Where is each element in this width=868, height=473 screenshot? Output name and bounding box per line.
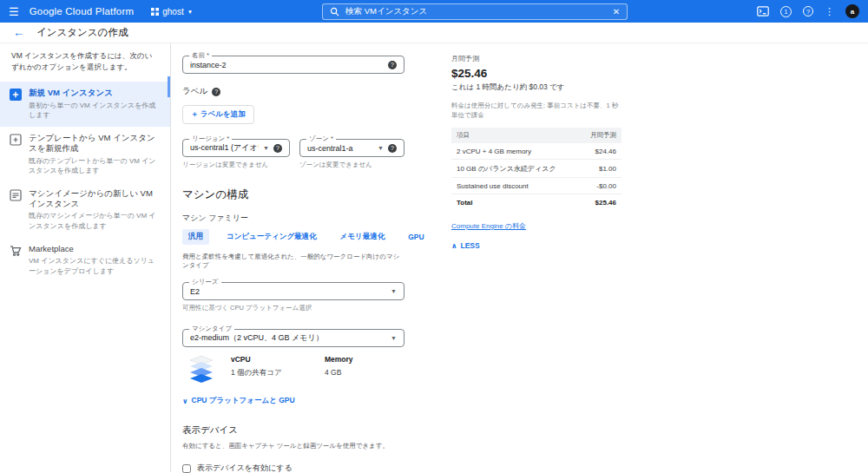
memory-spec: Memory 4 GB [325,355,404,377]
back-button[interactable]: ← [13,27,24,38]
chevron-down-icon: ▼ [391,335,397,341]
project-switcher[interactable]: ghost ▼ [151,7,193,16]
new-vm-icon [10,89,22,101]
machine-family-tabs: 汎用 コンピューティング最適化 メモリ最適化 GPU [182,229,404,245]
chevron-down-icon: ▼ [391,288,397,294]
zone-help-icon[interactable]: ? [388,144,397,153]
estimate-cost: $24.46 [579,143,621,160]
labels-label: ラベル [182,86,207,97]
vcpu-spec: vCPU 1 個の共有コア [231,355,311,378]
name-field[interactable]: 名前 * ? [182,56,404,74]
machine-family-desc: 費用と柔軟性を考慮して最適化された、一般的なワークロード向けのマシンタイプ [182,253,404,270]
estimate-total-cost: $25.46 [579,194,621,211]
chevron-down-icon: ▼ [378,145,384,151]
clear-search-icon[interactable]: ✕ [613,7,620,16]
sidebar-item-marketplace[interactable]: Marketplace VM インスタンスにすぐに使えるソリューションをデプロイ… [0,238,170,283]
add-label-button[interactable]: ＋ ラベルを追加 [182,105,254,124]
vcpu-value: 1 個の共有コア [231,368,311,378]
layers-icon [186,355,217,384]
estimate-price: $25.46 [451,67,621,80]
sidebar-item-desc: 既存のマシンイメージから単一の VM インスタンスを作成します [29,211,160,231]
sidebar-item-title: マシンイメージからの新しい VM インスタンス [29,188,160,210]
search-icon [330,7,339,16]
series-helper: 可用性に基づく CPU プラットフォーム選択 [182,304,404,312]
cloud-shell-icon[interactable] [757,6,769,16]
display-device-row: 表示デバイスを有効にする [182,463,404,473]
chevron-down-icon: ∨ [182,397,188,405]
estimate-note: 料金は使用分に対してのみ発生: 事前コストは不要、1 秒単位で課金 [451,102,621,120]
sidebar-item-from-machine-image[interactable]: マシンイメージからの新しい VM インスタンス 既存のマシンイメージから単一の … [0,182,170,238]
page-header: ← インスタンスの作成 [0,23,868,43]
region-label: リージョン * [189,135,232,143]
cost-estimate-panel: 月間予測 $25.46 これは 1 時間あたり約 $0.03 です 料金は使用分… [451,43,621,472]
machine-family-label: マシン ファミリー [182,213,404,224]
estimate-item: 10 GB のバランス永続ディスク [451,160,579,178]
content: VM インスタンスを作成するには、次のいずれかのオプションを選択します。 新規 … [0,43,868,472]
avatar[interactable]: a [845,4,859,18]
gcp-brand[interactable]: Google Cloud Platform [30,6,135,16]
sidebar-item-from-template[interactable]: テンプレートから VM インスタンスを新規作成 既存のテンプレートから単一の V… [0,127,170,182]
search-input[interactable]: 検索 VMインスタンス ✕ [322,3,628,20]
memory-value: 4 GB [325,368,404,377]
template-icon [10,134,22,146]
display-device-checkbox-label[interactable]: 表示デバイスを有効にする [197,463,293,473]
tab-gpu[interactable]: GPU [402,230,430,244]
sidebar-item-title: Marketplace [29,244,160,254]
display-device-heading: 表示デバイス [182,424,404,437]
cpu-platform-expander[interactable]: ∨ CPU プラットフォームと GPU [182,396,404,406]
machine-image-icon [10,189,22,201]
project-icon [151,8,159,16]
search-query: 検索 VMインスタンス [345,6,427,17]
topbar-actions: 1 ? ⋮ a [757,4,859,18]
estimate-hourly: これは 1 時間あたり約 $0.03 です [451,82,621,93]
top-bar: ☰ Google Cloud Platform ghost ▼ 検索 VMインス… [0,0,868,23]
zone-select[interactable]: ゾーン * us-central1-a ▼ ? [299,139,404,157]
sidebar-scrollbar[interactable] [168,76,170,97]
estimate-cost-discount: -$0.00 [579,178,621,194]
region-select[interactable]: リージョン * us-central1 (アイオワ) ▼ ? [182,139,290,157]
display-device-desc: 有効にすると、画面キャプチャ ツールと録画ツールを使用できます。 [182,442,404,450]
display-device-checkbox[interactable] [182,464,191,473]
region-field-group: リージョン * us-central1 (アイオワ) ▼ ? リージョンは変更で… [182,139,290,169]
sidebar-item-new-vm[interactable]: 新規 VM インスタンス 最初から単一の VM インスタンスを作成します [0,82,170,127]
sidebar-item-desc: VM インスタンスにすぐに使えるソリューションをデプロイします [29,256,160,276]
zone-helper: ゾーンは変更できません [299,161,404,169]
name-input[interactable] [190,61,384,69]
region-help-icon[interactable]: ? [273,144,282,153]
tab-general-purpose[interactable]: 汎用 [182,229,209,245]
labels-label-row: ラベル ? [182,86,404,97]
estimate-table-header: 項目 月間予測 [451,128,621,143]
hamburger-menu-icon[interactable]: ☰ [9,6,19,17]
name-help-icon[interactable]: ? [388,61,397,69]
labels-help-icon[interactable]: ? [212,88,220,96]
tab-memory-optimized[interactable]: メモリ最適化 [334,229,391,245]
name-field-label: 名前 * [189,51,212,60]
table-row: 2 vCPU + 4 GB memory $24.46 [451,143,621,160]
compute-engine-pricing-link[interactable]: Compute Engine の料金 [451,221,526,231]
page-title: インスタンスの作成 [36,26,128,39]
region-value: us-central1 (アイオワ) [190,142,259,154]
sidebar: VM インスタンスを作成するには、次のいずれかのオプションを選択します。 新規 … [0,43,171,472]
machine-type-select[interactable]: マシンタイプ e2-medium（2 vCPU、4 GB メモリ） ▼ [182,329,404,347]
series-select[interactable]: シリーズ E2 ▼ [182,282,404,300]
estimate-col-cost: 月間予測 [579,128,621,143]
estimate-total-label: Total [451,194,579,211]
kebab-menu-icon[interactable]: ⋮ [825,6,834,17]
less-expander[interactable]: ∧ LESS [451,241,621,250]
sidebar-item-title: 新規 VM インスタンス [29,88,160,98]
machine-config-heading: マシンの構成 [182,187,404,202]
help-icon[interactable]: ? [803,6,813,16]
machine-type-label: マシンタイプ [189,325,234,333]
machine-type-value: e2-medium（2 vCPU、4 GB メモリ） [190,332,386,344]
series-label: シリーズ [189,278,221,286]
memory-label: Memory [325,355,404,364]
sidebar-item-title: テンプレートから VM インスタンスを新規作成 [29,133,160,154]
notifications-badge[interactable]: 1 [780,6,792,17]
zone-value: us-central1-a [307,144,373,153]
zone-label: ゾーン * [306,135,336,143]
vcpu-label: vCPU [231,355,311,364]
less-label: LESS [461,241,480,250]
search-area: 検索 VMインスタンス ✕ [193,3,757,20]
tab-compute-optimized[interactable]: コンピューティング最適化 [220,229,323,245]
estimate-item: Sustained use discount [451,178,579,194]
